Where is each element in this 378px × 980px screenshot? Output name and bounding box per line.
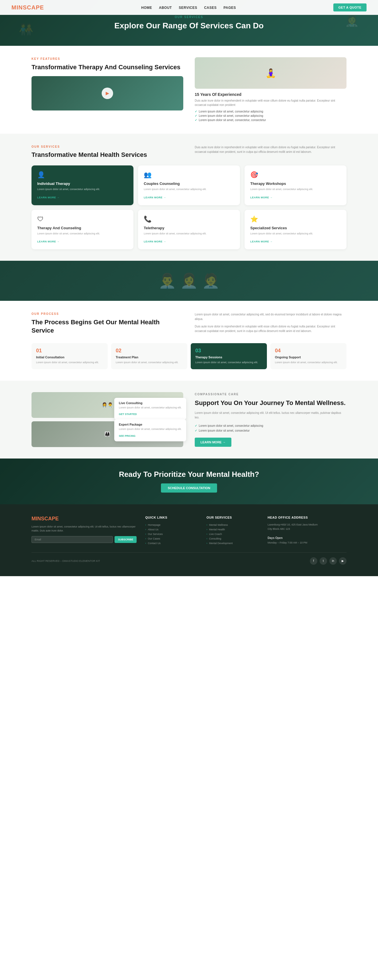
footer-address: Laxenburg-Hölzl 10, 425 East Java Medium… [268,523,346,545]
consulting-right: COMPASSIONATE CARE Support You On Your J… [195,392,346,447]
twitter-icon[interactable]: t [320,557,327,565]
schedule-button[interactable]: SCHEDULE CONSULTATION [161,484,217,493]
nav-links: HOME ABOUT SERVICES CASES PAGES [141,5,236,10]
services-tag: OUR SERVICES [32,145,183,148]
quick-link-5[interactable]: Contact Us [145,541,198,546]
key-features-section: KEY FEATURES Transformative Therapy And … [0,46,378,134]
float-card-live: Live Consulting Lorem ipsum dolor sit am… [114,398,186,420]
nav-pages[interactable]: PAGES [223,6,236,10]
float1-desc: Lorem ipsum dolor sit amet, consectetur … [119,406,182,410]
footer-quick-links: Quick Links Homepage About Us Our Servic… [145,516,198,546]
nav-home[interactable]: HOME [141,6,152,10]
kf-tag: KEY FEATURES [32,57,183,60]
step-card-2: 02 Treatment Plan Lorem ipsum dolor sit … [111,343,187,369]
quick-links-heading: Quick Links [145,516,198,519]
step-desc-1: Lorem ipsum dolor sit amet, consectetur … [36,361,103,364]
quick-link-2[interactable]: About Us [145,527,198,532]
consulting-left: 👩‍⚕️👨‍⚕️ 👨‍👩‍👧 Live Consulting Lorem ips… [32,392,183,447]
teletherapy-title: Teletherapy [144,226,234,230]
footer-service-1[interactable]: Mental Wellness [206,523,259,527]
workshops-icon: 🎯 [250,171,341,178]
consulting-desc: Lorem ipsum dolor sit amet, consectetur … [195,411,346,420]
nav-services[interactable]: SERVICES [179,6,197,10]
footer-email-input[interactable] [32,536,113,543]
logo-accent: MIN [11,4,23,11]
days-heading: Days Open [268,536,282,539]
services-col-heading: Our Services [206,516,259,519]
youtube-icon[interactable]: ▶ [339,557,346,565]
counseling-title: Therapy And Counseling [37,226,128,230]
teletherapy-learn-more[interactable]: LEARN MORE [144,240,166,243]
process-right: Lorem ipsum dolor sit amet, consectetur … [195,312,346,336]
services-description: Duis aute irure dolor in reprehenderit i… [195,145,346,154]
float2-title: Expert Package [119,423,182,426]
specialized-icon: ⭐ [250,216,341,223]
footer-address-col: Head Office Address Laxenburg-Hölzl 10, … [268,516,346,546]
social-icons: f t in ▶ [310,557,346,565]
hero-content: OUR SERVICES Explore Our Range Of Servic… [114,16,263,30]
teletherapy-icon: 📞 [144,216,234,223]
consulting-checklist: Lorem ipsum dolor sit amet, consectetur … [195,423,346,433]
address-heading: Head Office Address [268,516,346,519]
subscribe-button[interactable]: SUBSCRIBE [115,536,137,543]
step-desc-2: Lorem ipsum dolor sit amet, consectetur … [116,361,183,364]
service-card-teletherapy: 📞 Teletherapy Lorem ipsum dolor sit amet… [138,210,240,250]
service-card-specialized: ⭐ Specialized Services Lorem ipsum dolor… [244,210,346,250]
service-card-counseling: 🛡 Therapy And Counseling Lorem ipsum dol… [32,210,134,250]
couples-title: Couples Counseling [144,181,234,186]
step-card-4: 04 Ongoing Support Lorem ipsum dolor sit… [270,343,346,369]
footer-service-3[interactable]: Live Coach [206,532,259,536]
services-grid: 👤 Individual Therapy Lorem ipsum dolor s… [32,165,346,249]
consulting-learn-button[interactable]: LEARN MORE [195,438,231,447]
service-card-workshops: 🎯 Therapy Workshops Lorem ipsum dolor si… [244,165,346,205]
check-item: Lorem ipsum dolor sit amet, consectetur … [195,114,346,118]
individual-learn-more[interactable]: LEARN MORE [37,196,59,199]
service-card-couples: 👥 Couples Counseling Lorem ipsum dolor s… [138,165,240,205]
services-col-list: Mental Wellness Mental Health Live Coach… [206,523,259,546]
process-banner: 👨‍💼 👩‍💼 🧑‍💼 [0,261,378,301]
quick-link-1[interactable]: Homepage [145,523,198,527]
consulting-title: Support You On Your Journey To Mental We… [195,399,346,407]
step-desc-3: Lorem ipsum dolor sit amet, consectetur … [195,361,262,364]
get-quote-button[interactable]: GET A QUOTE [333,3,367,11]
footer-service-5[interactable]: Mental Development [206,541,259,546]
footer-email-form: SUBSCRIBE [32,536,137,543]
kf-right: 🧘‍♀️ 15 Years Of Experienced Duis aute i… [195,57,346,122]
nav-about[interactable]: ABOUT [159,6,172,10]
footer-services-col: Our Services Mental Wellness Mental Heal… [206,516,259,546]
counseling-learn-more[interactable]: LEARN MORE [37,240,59,243]
float2-cta[interactable]: SEE PRICING [119,434,136,438]
footer-desc: Lorem ipsum dolor sit amet, consectetur … [32,525,137,533]
consulting-section: 👩‍⚕️👨‍⚕️ 👨‍👩‍👧 Live Consulting Lorem ips… [0,381,378,458]
cta-banner: Ready To Prioritize Your Mental Health? … [0,458,378,504]
facebook-icon[interactable]: f [310,557,317,565]
specialized-learn-more[interactable]: LEARN MORE [250,240,273,243]
step-title-2: Treatment Plan [116,355,183,359]
cta-title: Ready To Prioritize Your Mental Health? [119,470,259,479]
check-item: Lorem ipsum dolor sit amet, consectetur … [195,109,346,114]
video-thumbnail[interactable]: ▶ [32,76,183,110]
footer-service-4[interactable]: Consulting [206,536,259,541]
couples-learn-more[interactable]: LEARN MORE [144,196,166,199]
kf-left: KEY FEATURES Transformative Therapy And … [32,57,183,110]
nav-cases[interactable]: CASES [204,6,217,10]
step-title-3: Therapy Sessions [195,355,262,359]
services-header-right: Duis aute irure dolor in reprehenderit i… [195,145,346,154]
quick-link-3[interactable]: Our Services [145,532,198,536]
hero-tag: OUR SERVICES [114,16,263,19]
quick-link-4[interactable]: Our Cases [145,536,198,541]
services-title: Transformative Mental Health Services [32,151,183,159]
process-section: OUR PROCESS The Process Begins Get Our M… [0,301,378,381]
days-text: Monday – Friday 7:00 AM – 10 PM [268,541,346,545]
brand-logo[interactable]: MINSCAPE [11,4,44,11]
linkedin-icon[interactable]: in [329,557,337,565]
workshops-title: Therapy Workshops [250,181,341,186]
navbar: MINSCAPE HOME ABOUT SERVICES CASES PAGES… [0,0,378,15]
play-button[interactable]: ▶ [102,88,113,99]
step-card-1: 01 Initial Consultation Lorem ipsum dolo… [32,343,108,369]
quick-links-list: Homepage About Us Our Services Our Cases… [145,523,198,546]
footer-service-2[interactable]: Mental Health [206,527,259,532]
footer-brand: MINSCAPE Lorem ipsum dolor sit amet, con… [32,516,137,546]
workshops-learn-more[interactable]: LEARN MORE [250,196,273,199]
float1-cta[interactable]: GET STARTED [119,413,137,415]
